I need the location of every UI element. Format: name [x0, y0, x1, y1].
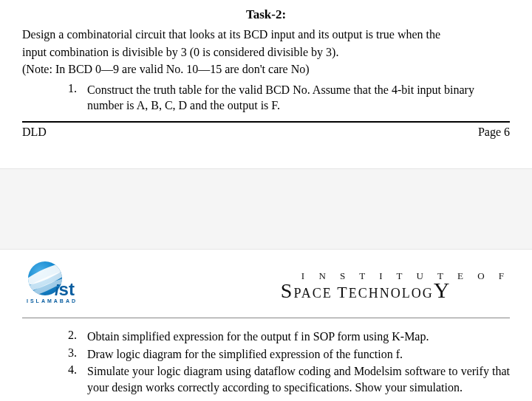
list-item: 1. Construct the truth table for the val…	[68, 82, 510, 114]
cap-s: S	[281, 279, 294, 302]
intro-line-1: Design a combinatorial circuit that look…	[22, 27, 510, 43]
institute-title: I N S T I T U T E O F SPACE TECHNOLOGY	[281, 272, 510, 301]
list-text: Draw logic diagram for the simplified ex…	[87, 346, 510, 363]
institute-line2: SPACE TECHNOLOGY	[281, 280, 510, 300]
institute-line1: I N S T I T U T E O F	[281, 272, 510, 281]
ordered-list-top: 1. Construct the truth table for the val…	[22, 82, 510, 114]
list-text: Construct the truth table for the valid …	[87, 82, 510, 114]
task-heading: Task-2:	[22, 7, 510, 22]
list-item: 2. Obtain simplified expression for the …	[68, 329, 510, 345]
inst-text: ECHNOLOG	[349, 286, 434, 301]
list-number: 4.	[68, 363, 87, 395]
inst-text: PACE	[293, 286, 337, 301]
cap-y: Y	[434, 278, 451, 302]
letterhead: ist ISLAMABAD I N S T I T U T E O F SPAC…	[22, 250, 510, 316]
header-rule	[22, 318, 510, 318]
list-text: Obtain simplified expression for the out…	[87, 329, 510, 345]
footer-right: Page 6	[478, 126, 510, 139]
page-1-content: Task-2: Design a combinatorial circuit t…	[0, 0, 532, 139]
page-2-content: ist ISLAMABAD I N S T I T U T E O F SPAC…	[0, 250, 532, 401]
cap-t: T	[337, 283, 348, 301]
page-footer: DLD Page 6	[22, 123, 510, 139]
list-number: 2.	[68, 329, 87, 345]
list-item: 3. Draw logic diagram for the simplified…	[68, 346, 510, 363]
list-text: Simulate your logic diagram using datafl…	[87, 363, 510, 395]
logo-subtext: ISLAMABAD	[27, 298, 78, 304]
footer-left: DLD	[22, 126, 47, 139]
page-gap	[0, 168, 532, 250]
ordered-list-bottom: 2. Obtain simplified expression for the …	[22, 329, 510, 395]
list-number: 1.	[68, 82, 87, 114]
note-line: (Note: In BCD 0—9 are valid No. 10—15 ar…	[22, 61, 510, 78]
list-number: 3.	[68, 346, 87, 363]
intro-line-2: input combination is divisible by 3 (0 i…	[22, 44, 510, 61]
logo-text: ist	[55, 279, 75, 300]
list-item: 4. Simulate your logic diagram using dat…	[68, 363, 510, 395]
ist-logo: ist ISLAMABAD	[22, 260, 96, 312]
